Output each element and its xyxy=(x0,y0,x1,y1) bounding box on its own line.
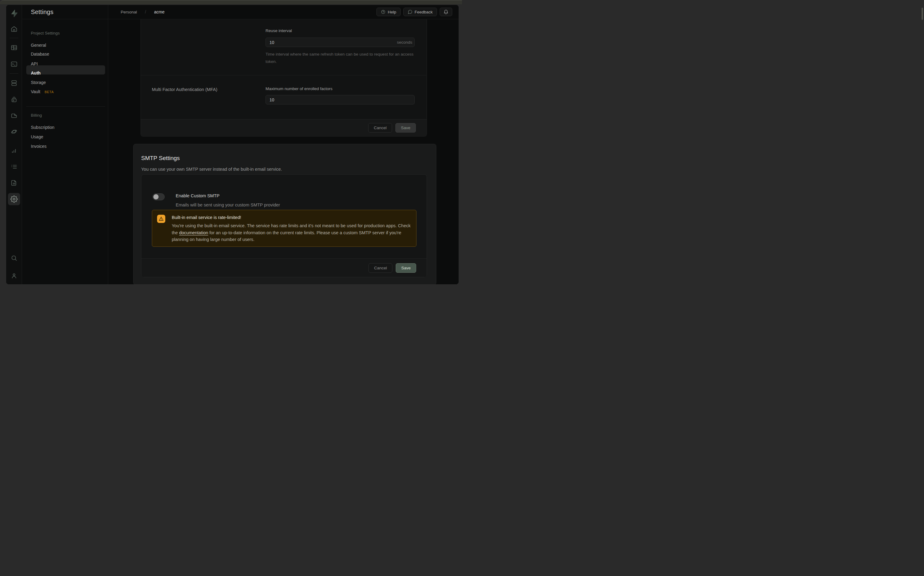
database-icon[interactable] xyxy=(8,77,20,89)
project-settings-icon[interactable] xyxy=(8,193,20,205)
profile-icon[interactable] xyxy=(8,270,20,282)
icon-rail xyxy=(6,5,22,284)
page-title: Settings xyxy=(31,8,53,16)
sidebar-header: Settings xyxy=(22,5,108,19)
reuse-interval-help: Time interval where the same refresh tok… xyxy=(266,51,421,66)
api-docs-icon[interactable] xyxy=(8,177,20,189)
auth-cancel-button[interactable]: Cancel xyxy=(368,123,392,133)
help-circle-icon xyxy=(381,10,386,14)
edge-functions-icon[interactable] xyxy=(8,125,20,138)
feedback-button[interactable]: Feedback xyxy=(404,8,437,16)
enable-custom-smtp-toggle[interactable] xyxy=(152,193,165,200)
table-editor-icon[interactable] xyxy=(8,42,20,54)
main-area: Personal / acme Help Feedback Reu xyxy=(108,5,459,284)
reports-icon[interactable] xyxy=(8,145,20,157)
auth-card-footer: Cancel Save xyxy=(141,119,426,136)
logs-icon[interactable] xyxy=(8,161,20,173)
app-window: Settings Project Settings General Databa… xyxy=(6,5,459,285)
warning-title: Built-in email service is rate-limited! xyxy=(172,215,241,220)
mfa-section-label: Multi Factor Authentication (MFA) xyxy=(152,87,217,92)
section-header-billing: Billing xyxy=(31,113,42,118)
top-bar: Personal / acme Help Feedback xyxy=(108,5,459,19)
bell-icon xyxy=(444,10,448,14)
breadcrumb-project[interactable]: acme xyxy=(154,10,164,14)
sidebar-item-general[interactable]: General xyxy=(31,42,46,48)
breadcrumb-separator: / xyxy=(145,10,146,14)
warning-triangle-icon xyxy=(157,215,165,223)
enable-custom-smtp-label: Enable Custom SMTP xyxy=(176,193,219,198)
window-chrome-strip xyxy=(0,0,462,4)
sidebar-item-vault[interactable]: VaultBETA xyxy=(31,88,54,95)
reuse-interval-label: Reuse interval xyxy=(266,29,292,33)
beta-badge: BETA xyxy=(45,90,54,94)
smtp-title: SMTP Settings xyxy=(141,155,180,162)
auth-settings-card: Reuse interval seconds Time interval whe… xyxy=(141,19,427,136)
toggle-knob xyxy=(154,194,159,200)
sidebar-divider xyxy=(26,106,105,107)
settings-scroll-area[interactable]: Reuse interval seconds Time interval whe… xyxy=(108,19,459,284)
home-icon[interactable] xyxy=(8,23,20,35)
storage-icon[interactable] xyxy=(8,109,20,122)
sidebar-item-auth[interactable]: Auth xyxy=(31,70,41,76)
notifications-button[interactable] xyxy=(440,8,452,16)
search-icon[interactable] xyxy=(8,252,20,264)
breadcrumb-org[interactable]: Personal xyxy=(121,10,137,14)
reuse-interval-input[interactable] xyxy=(266,38,415,47)
smtp-settings-panel: SMTP Settings You can use your own SMTP … xyxy=(133,144,436,284)
documentation-link[interactable]: documentation xyxy=(179,230,208,235)
sql-editor-icon[interactable] xyxy=(8,58,20,70)
sidebar-item-invoices[interactable]: Invoices xyxy=(31,143,46,150)
rail-divider xyxy=(10,38,18,38)
feedback-bubble-icon xyxy=(408,10,413,14)
warning-body: You're using the built-in email service.… xyxy=(172,222,411,243)
section-header-project-settings: Project Settings xyxy=(31,31,60,35)
reuse-interval-unit: seconds xyxy=(397,40,412,45)
settings-sidebar: Settings Project Settings General Databa… xyxy=(22,5,108,284)
smtp-save-button[interactable]: Save xyxy=(396,263,416,273)
sidebar-item-storage[interactable]: Storage xyxy=(31,79,46,86)
help-button[interactable]: Help xyxy=(376,8,400,16)
mfa-max-factors-label: Maximum number of enrolled factors xyxy=(266,86,332,91)
sidebar-item-subscription[interactable]: Subscription xyxy=(31,124,54,131)
mfa-max-factors-input[interactable] xyxy=(266,95,415,104)
smtp-subtitle: You can use your own SMTP server instead… xyxy=(141,167,282,172)
sidebar-item-database[interactable]: Database xyxy=(31,51,49,58)
authentication-icon[interactable] xyxy=(8,93,20,106)
rate-limit-warning-banner: Built-in email service is rate-limited! … xyxy=(152,210,416,247)
auth-save-button[interactable]: Save xyxy=(396,123,416,133)
smtp-card-footer: Cancel Save xyxy=(141,258,426,277)
card-divider xyxy=(141,75,426,75)
smtp-cancel-button[interactable]: Cancel xyxy=(368,263,392,273)
rail-divider xyxy=(10,73,18,74)
sidebar-item-usage[interactable]: Usage xyxy=(31,133,43,140)
supabase-logo-icon[interactable] xyxy=(8,7,20,19)
smtp-card: Enable Custom SMTP Emails will be sent u… xyxy=(141,174,427,277)
enable-custom-smtp-description: Emails will be sent using your custom SM… xyxy=(176,203,280,207)
